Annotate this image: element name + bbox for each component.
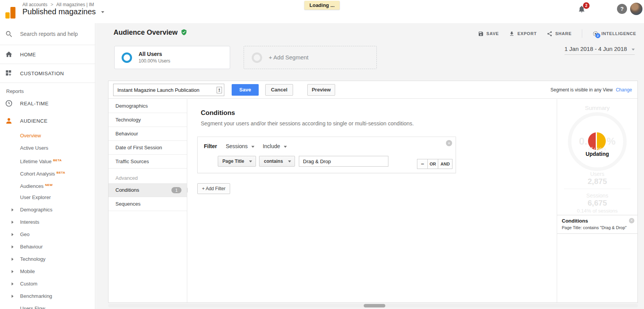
- sidebar: Search reports and help HOME CUSTOMISATI…: [0, 23, 95, 309]
- sidebar-item-customisation[interactable]: CUSTOMISATION: [0, 64, 95, 83]
- builder-preview-button[interactable]: Preview: [307, 84, 335, 96]
- beta-badge: BETA: [56, 171, 65, 174]
- users-value: 2,875: [557, 177, 637, 186]
- sidebar-item-overview[interactable]: Overview: [0, 130, 95, 142]
- segment-ring-icon: [252, 52, 262, 63]
- or-button[interactable]: OR: [427, 159, 438, 169]
- sidebar-item-audiences[interactable]: AudiencesNEW: [0, 179, 95, 191]
- summary-conditions-card: Conditions × Page Title: contains "Drag …: [557, 215, 637, 234]
- breadcrumb: All accounts > All magazines | IM: [22, 2, 94, 7]
- sidebar-item-users-flow[interactable]: Users Flow: [0, 302, 95, 309]
- sidebar-item-mobile[interactable]: Mobile: [0, 265, 95, 278]
- summary-panel: Summary 0. % of users Updating Users 2,8…: [557, 99, 637, 302]
- beta-badge: BETA: [53, 159, 61, 162]
- scrollbar-thumb[interactable]: [364, 304, 385, 307]
- sidebar-item-home[interactable]: HOME: [0, 45, 95, 64]
- home-icon: [5, 51, 13, 60]
- chevron-down-icon: [249, 160, 252, 162]
- sidebar-item-benchmarking[interactable]: Benchmarking: [0, 290, 95, 302]
- expander-icon: [12, 208, 14, 211]
- segment-visibility-note: Segment is visible in any ViewChange: [551, 81, 632, 99]
- sidebar-item-behaviour[interactable]: Behaviour: [0, 241, 95, 253]
- conditions-heading: Conditions: [201, 109, 556, 117]
- filter-scope-dropdown[interactable]: Sessions: [226, 143, 256, 149]
- expander-icon: [12, 245, 14, 248]
- menu-item-date-of-first-session[interactable]: Date of First Session: [108, 141, 187, 155]
- summary-title: Summary: [557, 105, 637, 111]
- chevron-down-icon: [101, 11, 104, 13]
- audience-subnav: Overview Active Users Lifetime ValueBETA…: [0, 130, 95, 309]
- page-title: Audience Overview: [114, 29, 187, 37]
- change-visibility-link[interactable]: Change: [616, 87, 632, 93]
- sidebar-item-user-explorer[interactable]: User Explorer: [0, 191, 95, 204]
- chevron-down-icon: [251, 146, 254, 148]
- segment-ring-icon: [122, 52, 132, 63]
- sidebar-item-technology[interactable]: Technology: [0, 253, 95, 265]
- verified-shield-icon: [181, 29, 187, 35]
- conditions-count-badge: 1: [171, 187, 181, 193]
- share-button[interactable]: SHARE: [547, 31, 572, 37]
- search-box[interactable]: Search reports and help: [0, 23, 95, 45]
- menu-item-conditions[interactable]: Conditions 1: [108, 183, 187, 197]
- menu-item-traffic-sources[interactable]: Traffic Sources: [108, 155, 187, 169]
- condition-row: Page Title contains: [218, 156, 449, 167]
- breadcrumb-all-accounts[interactable]: All accounts: [22, 2, 47, 7]
- expander-icon: [12, 258, 14, 261]
- advanced-section-label: Advanced: [108, 173, 187, 183]
- sidebar-item-audience[interactable]: AUDIENCE: [0, 112, 95, 130]
- sidebar-item-custom[interactable]: Custom: [0, 278, 95, 290]
- builder-save-button[interactable]: Save: [232, 84, 259, 96]
- close-filter-icon[interactable]: ×: [446, 140, 452, 146]
- remove-condition-button[interactable]: −: [417, 159, 428, 169]
- sidebar-item-lifetime-value[interactable]: Lifetime ValueBETA: [0, 154, 95, 167]
- menu-item-sequences[interactable]: Sequences: [108, 197, 187, 211]
- menu-item-behaviour[interactable]: Behaviour: [108, 127, 187, 141]
- expander-icon: [12, 221, 14, 224]
- date-range-selector[interactable]: 1 Jan 2018 - 4 Jun 2018: [564, 46, 635, 55]
- users-label: Users: [557, 171, 637, 177]
- report-actions: SAVE EXPORT SHARE 2 INTELLIGENCE: [468, 29, 636, 38]
- expander-icon: [12, 295, 14, 298]
- property-selector[interactable]: Published magazines: [22, 7, 104, 16]
- sessions-share: 0.14% of sessions: [557, 208, 637, 214]
- notification-count-badge[interactable]: 2: [583, 2, 590, 9]
- and-button[interactable]: AND: [438, 159, 452, 169]
- analytics-logo-icon[interactable]: [5, 5, 19, 19]
- builder-cancel-button[interactable]: Cancel: [265, 84, 293, 96]
- summary-divider: [564, 189, 630, 189]
- clock-icon: [5, 100, 13, 109]
- sidebar-item-realtime[interactable]: REAL-TIME: [0, 95, 95, 112]
- sidebar-item-interests[interactable]: Interests: [0, 216, 95, 228]
- actions-divider: [582, 29, 582, 38]
- remove-conditions-icon[interactable]: ×: [629, 218, 634, 223]
- dimension-dropdown[interactable]: Page Title: [218, 156, 256, 167]
- add-segment-button[interactable]: + Add Segment: [244, 46, 377, 69]
- help-icon[interactable]: ?: [617, 4, 627, 14]
- segment-builder-panel: ↥ Save Cancel Preview Segment is visible…: [108, 81, 638, 303]
- sidebar-item-demographics[interactable]: Demographics: [0, 204, 95, 216]
- segment-name-input[interactable]: [114, 84, 224, 96]
- sidebar-item-cohort-analysis[interactable]: Cohort AnalysisBETA: [0, 167, 95, 179]
- intelligence-button[interactable]: 2 INTELLIGENCE: [592, 30, 636, 37]
- save-button[interactable]: SAVE: [478, 31, 499, 37]
- floppy-icon: [478, 31, 484, 37]
- new-badge: NEW: [45, 183, 53, 187]
- add-filter-button[interactable]: + Add Filter: [197, 183, 230, 194]
- sidebar-item-active-users[interactable]: Active Users: [0, 142, 95, 154]
- conditions-summary-text: Page Title: contains "Drag & Drop": [562, 225, 633, 230]
- breadcrumb-account-view[interactable]: All magazines | IM: [56, 2, 94, 7]
- condition-value-input[interactable]: [299, 156, 388, 167]
- share-icon: [547, 31, 552, 37]
- menu-item-technology[interactable]: Technology: [108, 113, 187, 127]
- chevron-down-icon: [632, 49, 635, 51]
- horizontal-scrollbar[interactable]: [108, 304, 638, 307]
- menu-item-demographics[interactable]: Demographics: [108, 99, 187, 113]
- segment-card-all-users[interactable]: All Users 100.00% Users: [114, 46, 230, 69]
- export-button[interactable]: EXPORT: [509, 31, 537, 37]
- user-avatar[interactable]: [630, 3, 642, 15]
- operator-dropdown[interactable]: contains: [259, 156, 295, 167]
- conditions-editor: Conditions Segment your users and/or the…: [188, 99, 556, 302]
- filter-mode-dropdown[interactable]: Include: [263, 143, 286, 149]
- sidebar-item-geo[interactable]: Geo: [0, 228, 95, 241]
- main-content: Audience Overview SAVE EXPORT SHARE 2 IN…: [96, 23, 644, 309]
